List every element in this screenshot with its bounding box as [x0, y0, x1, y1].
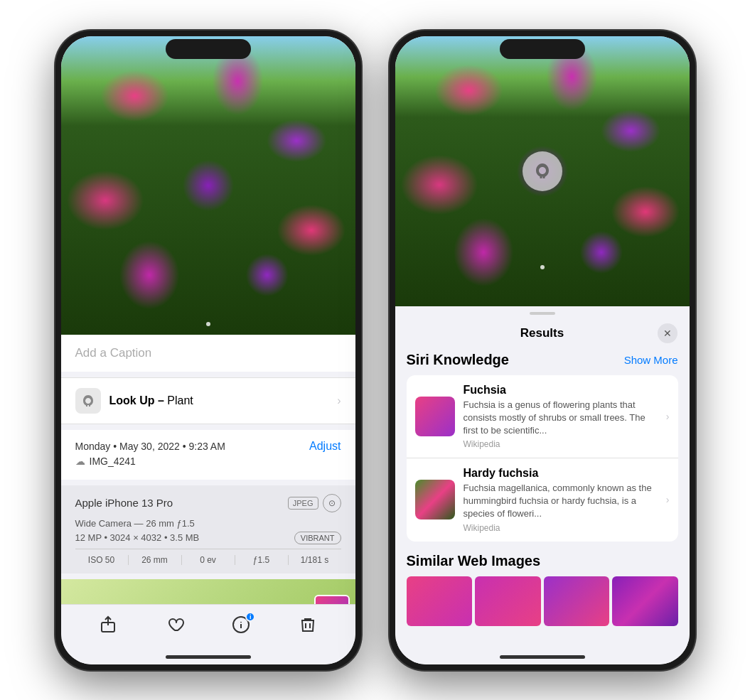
- similar-images-row: [407, 576, 678, 626]
- drag-handle[interactable]: [395, 306, 690, 321]
- map-area[interactable]: [61, 579, 355, 604]
- right-home-indicator: [395, 650, 690, 664]
- photo-indicator: [206, 322, 210, 326]
- show-more-button[interactable]: Show More: [624, 354, 678, 366]
- info-area: Add a Caption Look Up – Plant › Monday: [61, 335, 355, 604]
- mp-text: 12 MP • 3024 × 4032 • 3.5 MB: [75, 532, 200, 543]
- left-phone: Add a Caption Look Up – Plant › Monday: [55, 31, 361, 670]
- caption-input[interactable]: Add a Caption: [61, 335, 355, 372]
- hardy-chevron: ›: [666, 494, 670, 505]
- home-indicator: [61, 650, 355, 664]
- lookup-row[interactable]: Look Up – Plant ›: [61, 377, 355, 424]
- photo-thumbnail: [314, 595, 350, 604]
- similar-img-1[interactable]: [407, 576, 473, 626]
- right-home-bar: [500, 655, 585, 659]
- shutter-speed: 1/181 s: [289, 555, 341, 565]
- toolbar: i: [61, 604, 355, 650]
- ev-value: 0 ev: [182, 555, 235, 565]
- format-badge: JPEG: [288, 497, 318, 510]
- vl-indicator: [540, 265, 545, 269]
- knowledge-item-hardy[interactable]: Hardy fuchsia Fuchsia magellanica, commo…: [407, 458, 678, 542]
- hardy-desc: Fuchsia magellanica, commonly known as t…: [464, 482, 658, 521]
- hardy-text: Hardy fuchsia Fuchsia magellanica, commo…: [464, 467, 658, 533]
- similar-title: Similar Web Images: [407, 553, 678, 569]
- lookup-chevron: ›: [337, 394, 341, 407]
- device-section: Apple iPhone 13 Pro JPEG ⊙ Wide Camera —…: [61, 485, 355, 574]
- meta-date: Monday • May 30, 2022 • 9:23 AM: [75, 441, 225, 452]
- right-phone: Results ✕ Siri Knowledge Show More: [390, 31, 695, 670]
- siri-knowledge-header: Siri Knowledge Show More: [407, 352, 678, 368]
- device-name: Apple iPhone 13 Pro: [75, 497, 173, 509]
- similar-section: Similar Web Images: [407, 553, 678, 626]
- delete-button[interactable]: [296, 613, 319, 636]
- results-header: Results ✕: [395, 321, 690, 352]
- fuchsia-text: Fuchsia Fuchsia is a genus of flowering …: [464, 384, 658, 450]
- focal-length: 26 mm: [129, 555, 182, 565]
- fuchsia-thumbnail: [415, 397, 455, 436]
- like-button[interactable]: [164, 613, 186, 636]
- hardy-name: Hardy fuchsia: [464, 467, 658, 480]
- vibrant-badge: VIBRANT: [294, 532, 341, 544]
- share-button[interactable]: [97, 613, 119, 636]
- fuchsia-name: Fuchsia: [464, 384, 658, 397]
- meta-section: Monday • May 30, 2022 • 9:23 AM Adjust ☁…: [61, 430, 355, 480]
- exif-row: ISO 50 26 mm 0 ev ƒ1.5 1/181 s: [75, 549, 341, 565]
- cloud-icon: ☁: [75, 456, 85, 467]
- lookup-text: Look Up – Plant: [109, 394, 193, 407]
- meta-filename: ☁ IMG_4241: [75, 456, 136, 467]
- similar-img-4[interactable]: [612, 576, 678, 626]
- lookup-icon-bg: [75, 388, 101, 414]
- hardy-thumbnail: [415, 480, 455, 519]
- fuchsia-desc: Fuchsia is a genus of flowering plants t…: [464, 399, 658, 438]
- iso-value: ISO 50: [75, 555, 129, 565]
- close-button[interactable]: ✕: [658, 323, 677, 343]
- leaf-icon: [81, 394, 95, 408]
- similar-img-2[interactable]: [475, 576, 541, 626]
- handle-bar: [530, 312, 555, 315]
- leaf-icon-large: [532, 161, 552, 181]
- home-bar: [166, 655, 251, 659]
- adjust-button[interactable]: Adjust: [309, 440, 341, 453]
- visual-lookup-button[interactable]: [523, 151, 562, 191]
- results-panel: Results ✕ Siri Knowledge Show More: [395, 306, 690, 650]
- fuchsia-chevron: ›: [666, 411, 670, 422]
- info-button[interactable]: i: [230, 613, 252, 636]
- right-photo-area: [395, 36, 690, 306]
- knowledge-item-fuchsia[interactable]: Fuchsia Fuchsia is a genus of flowering …: [407, 375, 678, 459]
- camera-spec: Wide Camera — 26 mm ƒ1.5: [75, 518, 341, 529]
- knowledge-card: Fuchsia Fuchsia is a genus of flowering …: [407, 375, 678, 542]
- results-content: Siri Knowledge Show More Fuchsia Fuchsia…: [395, 352, 690, 650]
- info-notification-dot: i: [245, 612, 255, 622]
- hardy-source: Wikipedia: [464, 523, 658, 533]
- photo-area: [61, 36, 355, 335]
- similar-img-3[interactable]: [544, 576, 610, 626]
- fuchsia-source: Wikipedia: [464, 439, 658, 449]
- caption-placeholder: Add a Caption: [75, 346, 152, 360]
- results-title: Results: [520, 326, 564, 340]
- siri-knowledge-title: Siri Knowledge: [407, 352, 509, 368]
- aperture-value: ƒ1.5: [235, 555, 289, 565]
- location-icon: ⊙: [323, 494, 341, 512]
